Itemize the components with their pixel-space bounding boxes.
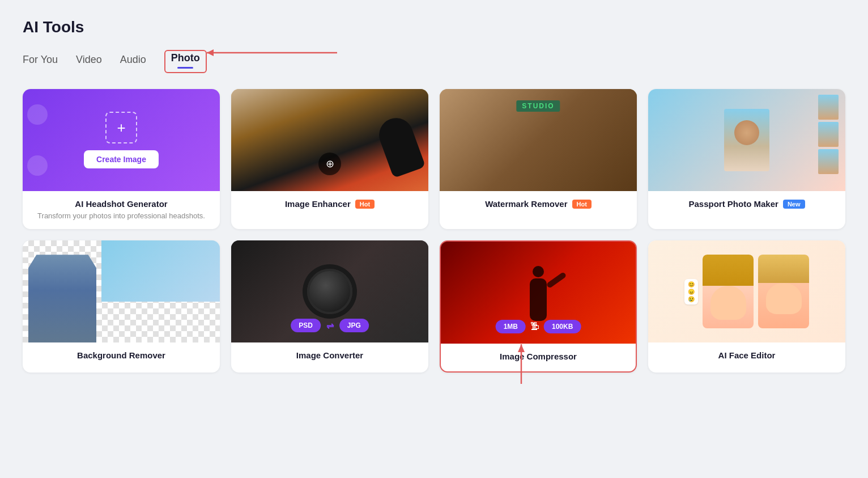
grid-container: + Create Image AI Headshot Generator Tra… <box>23 89 845 373</box>
card-image-passport <box>648 89 845 191</box>
card-title-watermark: Watermark Remover Hot <box>449 199 628 209</box>
headshot-bg: + Create Image <box>23 89 220 191</box>
to-format: JPG <box>339 319 369 332</box>
card-ai-headshot[interactable]: + Create Image AI Headshot Generator Tra… <box>23 89 220 229</box>
face-hair-main <box>703 255 754 286</box>
badge-hot-enhancer: Hot <box>355 200 375 209</box>
card-watermark-remover[interactable]: STUDIO Watermark Remover Hot <box>440 89 637 229</box>
emoji-1: 😊 <box>688 281 695 287</box>
enhancer-photo: ⊕ <box>231 89 428 191</box>
badge-new-passport: New <box>783 200 805 209</box>
card-body-watermark: Watermark Remover Hot <box>440 191 637 219</box>
tab-audio[interactable]: Audio <box>120 54 146 69</box>
face-circle-1 <box>27 104 48 125</box>
card-image-converter[interactable]: PSD ⇌ JPG Image Converter <box>231 240 428 373</box>
building-shape <box>28 255 96 342</box>
camera-lens <box>307 269 352 314</box>
card-background-remover[interactable]: Background Remover <box>23 240 220 373</box>
card-image-enhancer-img: ⊕ <box>231 89 428 191</box>
watermark-bg: STUDIO <box>440 89 637 191</box>
card-title-bg-remover: Background Remover <box>32 350 211 360</box>
face-hair-2 <box>758 255 809 283</box>
headshot-faces <box>27 89 48 191</box>
badge-hot-watermark: Hot <box>572 200 592 209</box>
watermark-title-text: Watermark Remover <box>485 199 567 209</box>
card-body-enhancer: Image Enhancer Hot <box>231 191 428 219</box>
bg-remover-sim <box>23 240 220 342</box>
tab-photo-box: Photo <box>164 50 207 73</box>
emoji-2: 😠 <box>688 289 695 295</box>
dancer-head <box>533 266 544 277</box>
headshot-plus-box: + <box>105 112 137 143</box>
passport-main-photo <box>724 109 769 171</box>
passport-small-2 <box>818 122 839 147</box>
studio-badge: STUDIO <box>516 100 560 112</box>
passport-title-text: Passport Photo Maker <box>689 199 778 209</box>
face-emoji-col: 😊 😠 😢 <box>684 279 698 304</box>
passport-small-1 <box>818 95 839 120</box>
card-title-ai-headshot: AI Headshot Generator <box>32 199 211 209</box>
convert-arrow-icon: ⇌ <box>326 320 334 331</box>
passport-head <box>734 120 759 145</box>
before-size: 1MB <box>496 320 526 333</box>
card-image-bg-remover <box>23 240 220 342</box>
tab-photo[interactable]: Photo <box>171 52 200 67</box>
card-title-face-editor: AI Face Editor <box>657 350 836 360</box>
card-title-passport: Passport Photo Maker New <box>657 199 836 209</box>
card-image-compressor-img: 1MB 🗜 100KB <box>441 242 636 344</box>
tools-grid: + Create Image AI Headshot Generator Tra… <box>23 89 845 373</box>
converter-bg: PSD ⇌ JPG <box>231 240 428 342</box>
create-image-button[interactable]: Create Image <box>84 150 159 168</box>
card-image-enhancer[interactable]: ⊕ Image Enhancer Hot <box>231 89 428 229</box>
tab-photo-wrapper: Photo <box>164 50 207 73</box>
from-format: PSD <box>291 319 321 332</box>
tab-video[interactable]: Video <box>76 54 102 69</box>
compressor-labels: 1MB 🗜 100KB <box>496 320 581 333</box>
passport-small-3 <box>818 149 839 174</box>
after-size: 100KB <box>544 320 581 333</box>
card-image-compressor[interactable]: 1MB 🗜 100KB Image Compressor <box>440 240 637 373</box>
tabs-container: For You Video Audio Photo <box>23 50 845 73</box>
card-title-compressor: Image Compressor <box>450 352 627 361</box>
sky-bg <box>101 240 220 302</box>
compressor-bg: 1MB 🗜 100KB <box>441 242 636 344</box>
dancer-torso <box>530 278 547 321</box>
tab-for-you[interactable]: For You <box>23 54 58 69</box>
face-circle-2 <box>27 155 48 176</box>
dancer-body <box>526 266 551 320</box>
card-image-ai-headshot: + Create Image <box>23 89 220 191</box>
card-body-bg-remover: Background Remover <box>23 342 220 370</box>
face-skin-2 <box>766 283 802 314</box>
card-body-converter: Image Converter <box>231 342 428 370</box>
plus-icon: + <box>117 119 125 137</box>
card-ai-face-editor[interactable]: 😊 😠 😢 <box>648 240 845 373</box>
card-body-passport: Passport Photo Maker New <box>648 191 845 219</box>
face-skin-main <box>710 286 746 320</box>
card-desc-ai-headshot: Transform your photos into professional … <box>32 211 211 221</box>
face-avatar-secondary <box>758 255 809 328</box>
card-passport-photo[interactable]: Passport Photo Maker New <box>648 89 845 229</box>
card-body-compressor: Image Compressor <box>441 344 636 371</box>
card-image-converter-img: PSD ⇌ JPG <box>231 240 428 342</box>
enhancer-title-text: Image Enhancer <box>285 199 351 209</box>
passport-small-photos <box>818 95 839 174</box>
card-body-ai-headshot: AI Headshot Generator Transform your pho… <box>23 191 220 229</box>
converter-labels: PSD ⇌ JPG <box>291 319 369 332</box>
card-body-face-editor: AI Face Editor <box>648 342 845 370</box>
zoom-icon: ⊕ <box>318 153 341 175</box>
face-editor-bg: 😊 😠 😢 <box>648 240 845 342</box>
tabs-row: For You Video Audio Photo <box>23 50 845 73</box>
passport-bg <box>648 89 845 191</box>
card-image-watermark: STUDIO <box>440 89 637 191</box>
card-image-face-editor: 😊 😠 😢 <box>648 240 845 342</box>
card-title-converter: Image Converter <box>240 350 419 360</box>
face-avatar-main <box>703 255 754 328</box>
compress-icon: 🗜 <box>530 322 539 332</box>
face-emoji-box: 😊 😠 😢 <box>684 279 698 304</box>
emoji-3: 😢 <box>688 296 695 302</box>
card-title-enhancer: Image Enhancer Hot <box>240 199 419 209</box>
page-title: AI Tools <box>23 18 845 36</box>
